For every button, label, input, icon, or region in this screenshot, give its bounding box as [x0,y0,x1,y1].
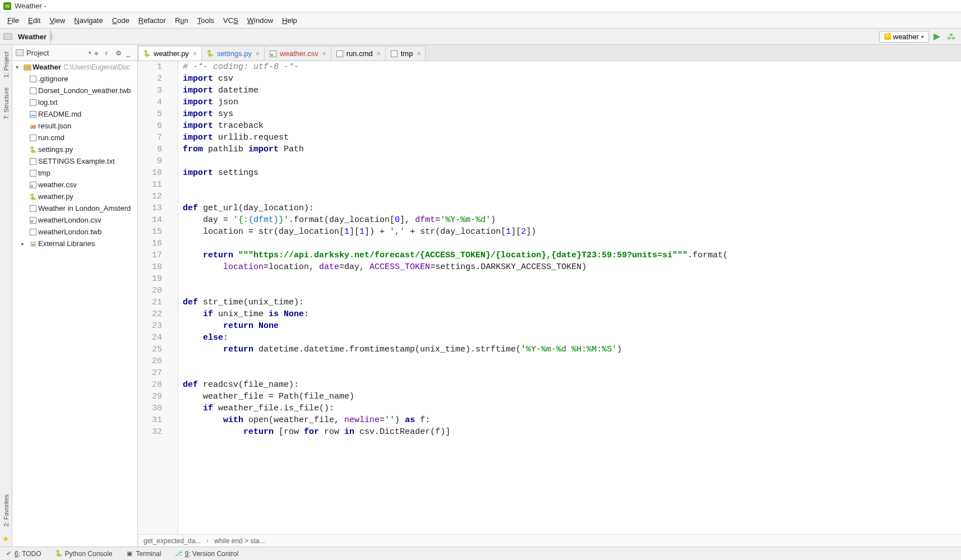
py-file-icon: 🐍 [143,50,151,58]
folder-icon [22,63,33,71]
tree-file[interactable]: Weather in London_Amsterd [12,202,137,214]
tree-file[interactable]: run.cmd [12,132,137,144]
editor-code[interactable]: # -*- coding: utf-8 -*-import csvimport … [178,61,961,534]
md-file-icon [28,110,38,118]
bottom-tool-bar: ✔6: TODO🐍Python Console▣Terminal⎇9: Vers… [0,547,961,560]
app-icon: W [3,2,11,10]
breadcrumb-segment[interactable]: while end > sta... [214,537,265,545]
csv-file-icon [28,216,38,224]
tree-file[interactable]: Dorset_London_weather.twb [12,85,137,96]
editor-area[interactable]: 1234567891011121314151617181920212223242… [138,61,961,534]
tree-file[interactable]: 🐍settings.py [12,144,137,155]
gear-icon[interactable] [115,49,123,57]
menu-vcs[interactable]: VCS [219,15,242,26]
tree-file-label: weatherLondon.csv [38,216,101,224]
tree-file[interactable]: weather.csv [12,179,137,191]
tree-file[interactable]: tmp [12,167,137,179]
chevron-down-icon[interactable]: ▾ [89,50,91,55]
breadcrumb-segment[interactable]: get_expected_da... [144,537,201,545]
tree-root[interactable]: ▾ Weather C:\Users\Eugenia\Doc [12,61,137,73]
debug-button[interactable]: ⁂ [945,33,958,41]
editor-tab[interactable]: weather.csv× [264,46,331,61]
bottom-tool-todo[interactable]: ✔6: TODO [4,550,41,558]
left-tool-tabs: 1: Project 7: Structure 2: Favorites ★ [0,45,12,547]
menu-navigate[interactable]: Navigate [70,15,107,26]
hide-panel-icon[interactable] [126,49,134,57]
external-libraries[interactable]: ▸ 𝍎 External Libraries [12,238,137,249]
project-view-icon [16,49,24,56]
navigation-bar: Weather weather ▾ ▶ ⁂ [0,29,961,45]
bottom-tool-term[interactable]: ▣Terminal [126,550,161,558]
menu-view[interactable]: View [45,15,69,26]
menu-edit[interactable]: Edit [24,15,44,26]
run-button[interactable]: ▶ [931,32,942,41]
menu-file[interactable]: File [3,15,23,26]
editor-tab[interactable]: tmp× [385,46,426,61]
tool-tab-favorites[interactable]: 2: Favorites [3,492,10,529]
editor-tab[interactable]: 🐍settings.py× [201,46,265,61]
csv-file-icon [28,181,38,189]
bottom-tool-py[interactable]: 🐍Python Console [55,550,113,558]
menu-code[interactable]: Code [108,15,133,26]
breadcrumb-root[interactable]: Weather [15,31,50,42]
project-tree[interactable]: ▾ Weather C:\Users\Eugenia\Doc .gitignor… [12,61,137,547]
editor-tab[interactable]: run.cmd× [331,46,386,61]
chevron-right-icon[interactable]: ▸ [21,240,28,247]
tree-file[interactable]: README.md [12,108,137,120]
menu-run[interactable]: Run [171,15,192,26]
close-tab-icon[interactable]: × [193,50,197,58]
tool-tab-project[interactable]: 1: Project [3,49,10,80]
tree-file[interactable]: 🐍weather.py [12,191,137,202]
project-panel-title[interactable]: Project [26,49,86,57]
txt-file-icon [28,75,38,83]
close-tab-icon[interactable]: × [256,50,260,58]
folder-icon [3,33,12,40]
tree-file-label: .gitignore [38,75,68,83]
close-tab-icon[interactable]: × [417,50,421,58]
menu-tools[interactable]: Tools [193,15,218,26]
tree-file[interactable]: weatherLondon.twb [12,226,137,238]
todo-icon: ✔ [4,550,12,558]
tree-file[interactable]: .gitignore [12,73,137,85]
chevron-down-icon: ▾ [921,34,924,40]
txt-file-icon [28,205,38,212]
editor-tab-label: tmp [401,49,413,58]
tree-file-label: Dorset_London_weather.twb [38,86,131,95]
txt-file-icon [28,134,38,142]
external-libraries-label: External Libraries [38,239,95,248]
menu-window[interactable]: Window [243,15,277,26]
close-tab-icon[interactable]: × [322,50,326,58]
txt-file-icon [28,99,38,107]
txt-file-icon [28,87,38,95]
close-tab-icon[interactable]: × [377,50,381,58]
tree-file-label: settings.py [38,145,73,154]
bottom-tool-vc[interactable]: ⎇9: Version Control [175,550,238,558]
bottom-tool-label: Python Console [65,550,113,558]
py-file-icon: 🐍 [28,193,38,201]
tree-file[interactable]: JSresult.json [12,120,137,132]
python-run-icon [884,33,891,40]
chevron-down-icon[interactable]: ▾ [16,64,22,70]
editor-tab-label: settings.py [217,49,252,58]
menu-help[interactable]: Help [278,15,301,26]
tree-file[interactable]: weatherLondon.csv [12,214,137,226]
tree-file[interactable]: log.txt [12,96,137,108]
tree-file-label: SETTINGS Example.txt [38,157,115,165]
tree-file-label: log.txt [38,98,58,107]
window-title: Weather - [15,2,47,10]
run-config-selector[interactable]: weather ▾ [879,31,929,43]
cmd-file-icon [336,50,344,58]
star-icon: ★ [2,534,10,543]
txt-file-icon [28,228,38,236]
tree-file[interactable]: SETTINGS Example.txt [12,155,137,167]
tool-tab-structure[interactable]: 7: Structure [3,85,10,122]
collapse-all-icon[interactable] [105,49,113,57]
tree-file-label: weather.csv [38,181,77,189]
scroll-from-source-icon[interactable] [94,49,102,57]
main-menu-bar: File Edit View Navigate Code Refactor Ru… [0,12,961,29]
run-config-cluster: weather ▾ ▶ ⁂ [879,31,958,43]
editor-tab[interactable]: 🐍weather.py× [138,46,202,61]
tree-file-label: README.md [38,110,81,118]
txt-file-icon [390,50,398,58]
menu-refactor[interactable]: Refactor [135,15,170,26]
